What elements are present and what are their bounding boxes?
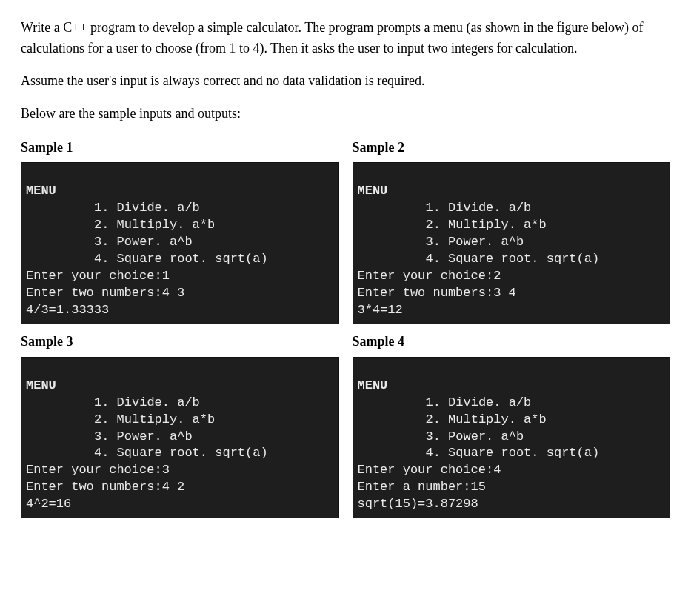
- menu-title: MENU: [26, 378, 334, 395]
- sample-4-heading: Sample 4: [353, 332, 671, 352]
- sample-4-line-2: Enter a number:15: [358, 479, 666, 496]
- menu-item-2: 2. Multiply. a*b: [358, 412, 666, 429]
- menu-item-2: 2. Multiply. a*b: [26, 412, 334, 429]
- menu-item-1: 1. Divide. a/b: [26, 395, 334, 412]
- menu-item-4: 4. Square root. sqrt(a): [358, 251, 666, 268]
- menu-item-2: 2. Multiply. a*b: [26, 217, 334, 234]
- menu-item-1: 1. Divide. a/b: [358, 395, 666, 412]
- sample-1-line-2: Enter two numbers:4 3: [26, 285, 334, 302]
- sample-4-line-1: Enter your choice:4: [358, 462, 666, 479]
- sample-3-line-3: 4^2=16: [26, 496, 334, 513]
- problem-paragraph-3: Below are the sample inputs and outputs:: [21, 104, 670, 124]
- sample-3: Sample 3 MENU1. Divide. a/b2. Multiply. …: [21, 332, 339, 518]
- problem-paragraph-1: Write a C++ program to develop a simple …: [21, 18, 670, 59]
- sample-3-heading: Sample 3: [21, 332, 339, 352]
- menu-title: MENU: [358, 183, 666, 200]
- sample-2-line-2: Enter two numbers:3 4: [358, 285, 666, 302]
- menu-item-3: 3. Power. a^b: [26, 429, 334, 446]
- sample-2-line-3: 3*4=12: [358, 302, 666, 319]
- problem-paragraph-2: Assume the user's input is always correc…: [21, 71, 670, 92]
- sample-2-console: MENU1. Divide. a/b2. Multiply. a*b3. Pow…: [353, 162, 671, 324]
- sample-1-console: MENU1. Divide. a/b2. Multiply. a*b3. Pow…: [21, 162, 339, 324]
- sample-4-line-3: sqrt(15)=3.87298: [358, 496, 666, 513]
- sample-2: Sample 2 MENU1. Divide. a/b2. Multiply. …: [353, 138, 671, 324]
- sample-1-heading: Sample 1: [21, 138, 339, 158]
- menu-item-4: 4. Square root. sqrt(a): [26, 251, 334, 268]
- menu-item-2: 2. Multiply. a*b: [358, 217, 666, 234]
- menu-title: MENU: [26, 183, 334, 200]
- sample-1-line-1: Enter your choice:1: [26, 268, 334, 285]
- menu-title: MENU: [358, 378, 666, 395]
- sample-2-heading: Sample 2: [353, 138, 671, 158]
- sample-2-line-1: Enter your choice:2: [358, 268, 666, 285]
- sample-3-line-2: Enter two numbers:4 2: [26, 479, 334, 496]
- sample-4-console: MENU1. Divide. a/b2. Multiply. a*b3. Pow…: [353, 357, 671, 518]
- menu-item-3: 3. Power. a^b: [26, 234, 334, 251]
- menu-item-1: 1. Divide. a/b: [26, 200, 334, 217]
- sample-3-line-1: Enter your choice:3: [26, 462, 334, 479]
- sample-3-console: MENU1. Divide. a/b2. Multiply. a*b3. Pow…: [21, 357, 339, 518]
- samples-grid: Sample 1 MENU1. Divide. a/b2. Multiply. …: [21, 138, 670, 519]
- menu-item-3: 3. Power. a^b: [358, 234, 666, 251]
- sample-1-line-3: 4/3=1.33333: [26, 302, 334, 319]
- menu-item-3: 3. Power. a^b: [358, 429, 666, 446]
- menu-item-1: 1. Divide. a/b: [358, 200, 666, 217]
- sample-1: Sample 1 MENU1. Divide. a/b2. Multiply. …: [21, 138, 339, 324]
- sample-4: Sample 4 MENU1. Divide. a/b2. Multiply. …: [353, 332, 671, 518]
- menu-item-4: 4. Square root. sqrt(a): [358, 445, 666, 462]
- menu-item-4: 4. Square root. sqrt(a): [26, 445, 334, 462]
